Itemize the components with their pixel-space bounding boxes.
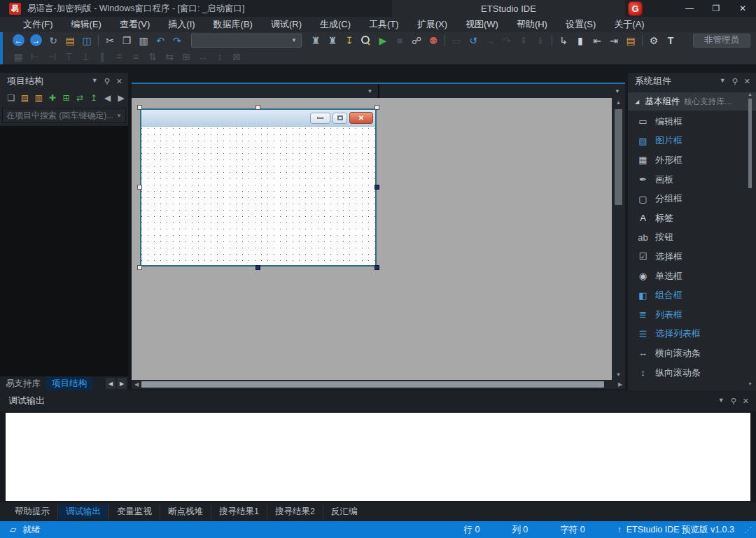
pin-icon[interactable]: ⚲ [732,77,738,86]
chevron-down-icon[interactable]: ▼ [718,397,724,406]
horizontal-scroll-thumb[interactable] [141,381,604,388]
menu-item[interactable]: 帮助(H) [507,17,556,32]
component-vscrollbar[interactable]: ↕ 纵向滚动条 [628,363,756,383]
form-maximize-button[interactable] [332,113,347,124]
non-admin-button[interactable]: 非管理员 [693,34,750,48]
redo-icon[interactable]: ↷ [169,34,186,48]
vertical-scroll-thumb[interactable] [615,109,622,205]
close-icon[interactable]: ✕ [116,77,122,86]
component-combo-box[interactable]: ◧ 组合框 [628,285,756,305]
cut-icon[interactable]: ✂ [102,34,118,48]
scroll-down-icon[interactable]: ▼ [748,381,752,386]
bookmark-icon[interactable]: ▮ [572,34,589,48]
menu-item[interactable]: 插入(I) [159,17,204,32]
component-group-basic[interactable]: ◢ 基本组件 核心支持库内的... [628,92,756,111]
font-tool-icon[interactable]: T [662,34,679,48]
project-tree-icon[interactable]: ↳ [555,34,572,48]
snap-grid-icon[interactable]: ▦ [10,50,27,64]
menu-item[interactable]: 数据库(B) [204,17,262,32]
windows-cascade-icon[interactable]: ❏ [4,92,18,104]
paste-icon[interactable]: ▥ [135,34,152,48]
menu-item[interactable]: 生成(C) [311,17,360,32]
folder-list-icon[interactable]: ▥ [31,92,46,104]
event-select-combobox[interactable]: ▼ [379,84,626,98]
tab-project-structure[interactable]: 项目结构 [46,376,92,390]
designed-window-client-grid[interactable] [141,127,375,265]
components-scrollbar[interactable]: ▲ ▼ [747,92,754,386]
close-icon[interactable]: ✕ [743,397,749,406]
pin-icon[interactable]: ⚲ [731,397,736,406]
scroll-up-icon[interactable]: ▲ [748,92,752,97]
forward-icon[interactable]: → [30,34,42,46]
close-button[interactable]: ✕ [729,0,756,17]
same-size-icon[interactable]: ⊞ [178,50,195,64]
scroll-right-icon[interactable]: ▶ [615,381,625,388]
tab-scroll-right-icon[interactable]: ▶ [117,378,127,389]
tab-support-lib[interactable]: 易支持库 [0,376,46,390]
update-arrow-icon[interactable]: ↑ [617,525,622,535]
component-picture-box[interactable]: ▨ 图片框 [628,132,756,151]
tab-breakpoint-stack[interactable]: 断点栈堆 [160,504,211,519]
component-radio-button[interactable]: ◉ 单选框 [628,267,756,286]
open-file-icon[interactable]: ▤ [62,34,78,48]
next-bookmark-icon[interactable]: ⇥ [606,34,622,48]
step-into-icon[interactable]: → [482,34,498,48]
find-icon[interactable] [358,34,374,48]
close-icon[interactable]: ✕ [744,77,750,86]
selection-handle-top-left[interactable] [137,105,142,110]
component-button[interactable]: ab 按钮 [628,228,756,248]
component-draw-board[interactable]: ✒ 画板 [628,170,756,190]
selection-handle-bottom-center[interactable] [255,265,260,270]
object-select-combobox[interactable]: ▼ [132,84,378,98]
debug-output-content[interactable] [6,413,750,501]
undo-icon[interactable]: ↶ [152,34,169,48]
component-shape-box[interactable]: ▦ 外形框 [628,150,756,170]
scroll-up-icon[interactable]: ▲ [616,98,622,108]
component-edit-box[interactable]: ▭ 编辑框 [628,112,756,132]
designed-window[interactable]: ✕ [140,108,377,267]
sort-icon[interactable]: ⇄ [73,92,87,104]
menu-item[interactable]: 调试(R) [262,17,311,32]
add-window-icon[interactable]: ⊞ [59,92,74,104]
align-bottom-icon[interactable]: ⊥ [77,50,94,64]
scroll-down-icon[interactable]: ▼ [616,370,622,380]
component-hscrollbar[interactable]: ↔ 横向滚动条 [628,344,756,363]
chevron-down-icon[interactable]: ▼ [720,77,726,86]
component-checked-list-box[interactable]: ☰ 选择列表框 [628,325,756,344]
new-folder-icon[interactable]: ▤ [622,34,639,48]
run-to-cursor-icon[interactable]: ⇟ [532,34,549,48]
add-module-icon[interactable]: ✚ [46,92,59,104]
same-height-icon[interactable]: ↕ [211,50,228,64]
package-icon[interactable]: ↧ [341,34,358,48]
toolbar-combobox[interactable]: ▼ [191,34,302,48]
tab-search-result-1[interactable]: 搜寻结果1 [211,504,267,519]
maximize-button[interactable]: ❐ [703,0,729,17]
selection-handle-bottom-right[interactable] [374,265,379,270]
scroll-right-icon[interactable]: ▶ [114,92,128,104]
space-vertical-icon[interactable]: ⇅ [144,50,161,64]
stop-icon[interactable]: ■ [391,34,408,48]
menu-item[interactable]: 查看(V) [111,17,159,32]
menu-item[interactable]: 视图(W) [456,17,507,32]
component-group-box[interactable]: ▢ 分组框 [628,189,756,208]
resize-grip-icon[interactable]: ⋰ [744,525,752,535]
selection-handle-top-center[interactable] [255,105,260,110]
menu-item[interactable]: 编辑(E) [62,17,111,32]
center-horizontal-icon[interactable]: ∥ [94,50,111,64]
component-check-box[interactable]: ☑ 选择框 [628,247,756,267]
scroll-left-icon[interactable]: ◀ [101,92,115,104]
same-width-icon[interactable]: ↔ [195,50,211,64]
form-close-button[interactable]: ✕ [349,112,373,124]
scroll-left-icon[interactable]: ◀ [132,381,141,388]
separator[interactable] [95,34,102,48]
compile-icon[interactable]: ♜ [307,34,324,48]
chevron-down-icon[interactable]: ▼ [92,77,98,86]
align-top-icon[interactable]: ⊤ [60,50,77,64]
designed-window-titlebar[interactable]: ✕ [141,110,375,127]
selection-handle-mid-left[interactable] [137,185,142,190]
static-compile-icon[interactable]: ♜ [324,34,341,48]
separator[interactable] [549,34,555,48]
project-tree-area[interactable] [0,126,128,376]
tab-scroll-left-icon[interactable]: ◀ [106,378,115,389]
debug-run-icon[interactable]: ⚉ [425,34,442,48]
